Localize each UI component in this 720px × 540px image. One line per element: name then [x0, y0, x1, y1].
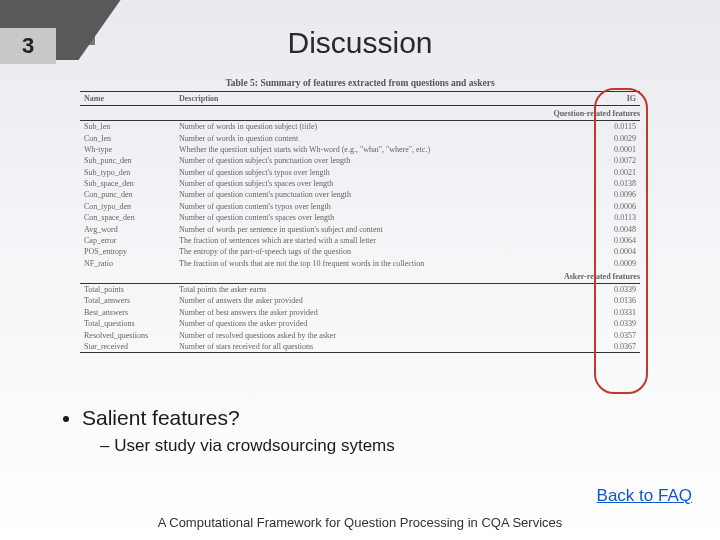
cell-desc: The entropy of the part-of-speech tags o… [175, 246, 590, 257]
cell-ig: 0.0029 [590, 132, 640, 143]
cell-desc: Number of best answers the asker provide… [175, 307, 590, 318]
cell-ig: 0.0331 [590, 307, 640, 318]
cell-ig: 0.0006 [590, 201, 640, 212]
cell-ig: 0.0096 [590, 189, 640, 200]
cell-ig: 0.0021 [590, 167, 640, 178]
cell-desc: Number of question content's punctuation… [175, 189, 590, 200]
table-row: Total_pointsTotal points the asker earns… [80, 283, 640, 295]
cell-name: Star_received [80, 341, 175, 353]
bullet-sub: User study via crowdsourcing sytems [100, 436, 395, 456]
cell-name: Con_punc_den [80, 189, 175, 200]
cell-desc: Total points the asker earns [175, 283, 590, 295]
table-row: Wh-typeWhether the question subject star… [80, 144, 640, 155]
bullet-main: Salient features? [82, 406, 395, 430]
cell-ig: 0.0113 [590, 212, 640, 223]
col-desc: Description [175, 92, 590, 106]
section-header: Asker-related features [80, 269, 640, 284]
cell-name: Con_typo_den [80, 201, 175, 212]
cell-desc: Number of question subject's typos over … [175, 167, 590, 178]
table-caption: Table 5: Summary of features extracted f… [80, 78, 640, 88]
cell-desc: Number of words per sentence in question… [175, 223, 590, 234]
cell-ig: 0.0138 [590, 178, 640, 189]
cell-name: Sub_space_den [80, 178, 175, 189]
table-row: Sub_typo_denNumber of question subject's… [80, 167, 640, 178]
col-name: Name [80, 92, 175, 106]
cell-desc: Number of words in question subject (tit… [175, 121, 590, 133]
table-row: Sub_punc_denNumber of question subject's… [80, 155, 640, 166]
table-row: Star_receivedNumber of stars received fo… [80, 341, 640, 353]
cell-name: Sub_len [80, 121, 175, 133]
cell-name: Total_answers [80, 295, 175, 306]
cell-name: Avg_word [80, 223, 175, 234]
table-row: Cap_errorThe fraction of sentences which… [80, 235, 640, 246]
cell-name: Total_questions [80, 318, 175, 329]
cell-name: Cap_error [80, 235, 175, 246]
cell-desc: Number of words in question content [175, 132, 590, 143]
cell-desc: Number of answers the asker provided [175, 295, 590, 306]
cell-desc: Number of question content's spaces over… [175, 212, 590, 223]
cell-desc: Number of question subject's spaces over… [175, 178, 590, 189]
cell-ig: 0.0004 [590, 246, 640, 257]
cell-desc: Number of resolved questions asked by th… [175, 329, 590, 340]
cell-desc: The fraction of sentences which are star… [175, 235, 590, 246]
section-header: Question-related features [80, 106, 640, 121]
table-row: Resolved_questionsNumber of resolved que… [80, 329, 640, 340]
table-row: Con_space_denNumber of question content'… [80, 212, 640, 223]
col-ig: IG [590, 92, 640, 106]
cell-name: Resolved_questions [80, 329, 175, 340]
cell-name: Con_space_den [80, 212, 175, 223]
cell-ig: 0.0339 [590, 318, 640, 329]
cell-name: Con_len [80, 132, 175, 143]
table-row: Best_answersNumber of best answers the a… [80, 307, 640, 318]
cell-ig: 0.0357 [590, 329, 640, 340]
table-row: Total_questionsNumber of questions the a… [80, 318, 640, 329]
feature-table: Name Description IG Question-related fea… [80, 91, 640, 353]
slide-title: Discussion [0, 26, 720, 60]
cell-ig: 0.0009 [590, 258, 640, 269]
table-row: Sub_space_denNumber of question subject'… [80, 178, 640, 189]
table-row: Con_punc_denNumber of question content's… [80, 189, 640, 200]
table-row: Total_answersNumber of answers the asker… [80, 295, 640, 306]
cell-ig: 0.0001 [590, 144, 640, 155]
cell-name: NF_ratio [80, 258, 175, 269]
cell-name: Sub_typo_den [80, 167, 175, 178]
footer-text: A Computational Framework for Question P… [0, 515, 720, 530]
cell-desc: The fraction of words that are not the t… [175, 258, 590, 269]
table-row: NF_ratioThe fraction of words that are n… [80, 258, 640, 269]
cell-ig: 0.0115 [590, 121, 640, 133]
cell-name: Wh-type [80, 144, 175, 155]
cell-ig: 0.0136 [590, 295, 640, 306]
table-row: Con_typo_denNumber of question content's… [80, 201, 640, 212]
cell-ig: 0.0072 [590, 155, 640, 166]
cell-desc: Number of question subject's punctuation… [175, 155, 590, 166]
back-to-faq-link[interactable]: Back to FAQ [597, 486, 692, 506]
table-row: Con_lenNumber of words in question conte… [80, 132, 640, 143]
cell-ig: 0.0048 [590, 223, 640, 234]
cell-desc: Number of question content's typos over … [175, 201, 590, 212]
cell-ig: 0.0367 [590, 341, 640, 353]
table-row: Sub_lenNumber of words in question subje… [80, 121, 640, 133]
table-row: Avg_wordNumber of words per sentence in … [80, 223, 640, 234]
cell-name: POS_entropy [80, 246, 175, 257]
cell-ig: 0.0064 [590, 235, 640, 246]
table-row: POS_entropyThe entropy of the part-of-sp… [80, 246, 640, 257]
cell-ig: 0.0339 [590, 283, 640, 295]
cell-desc: Number of stars received for all questio… [175, 341, 590, 353]
bullet-list: Salient features? User study via crowdso… [60, 406, 395, 456]
cell-desc: Number of questions the asker provided [175, 318, 590, 329]
feature-table-container: Table 5: Summary of features extracted f… [80, 78, 640, 353]
cell-name: Total_points [80, 283, 175, 295]
cell-desc: Whether the question subject starts with… [175, 144, 590, 155]
cell-name: Best_answers [80, 307, 175, 318]
cell-name: Sub_punc_den [80, 155, 175, 166]
